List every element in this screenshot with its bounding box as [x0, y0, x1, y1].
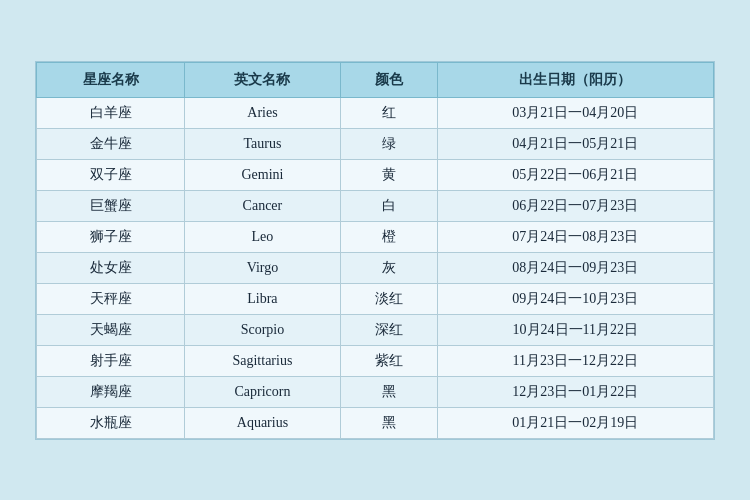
cell-chinese-name: 金牛座	[37, 128, 185, 159]
cell-chinese-name: 处女座	[37, 252, 185, 283]
cell-english-name: Aquarius	[185, 407, 340, 438]
cell-chinese-name: 狮子座	[37, 221, 185, 252]
cell-english-name: Scorpio	[185, 314, 340, 345]
cell-dates: 07月24日一08月23日	[437, 221, 713, 252]
table-row: 水瓶座Aquarius黑01月21日一02月19日	[37, 407, 714, 438]
table-row: 狮子座Leo橙07月24日一08月23日	[37, 221, 714, 252]
cell-english-name: Sagittarius	[185, 345, 340, 376]
cell-color: 黑	[340, 407, 437, 438]
cell-chinese-name: 天秤座	[37, 283, 185, 314]
cell-color: 黄	[340, 159, 437, 190]
cell-dates: 01月21日一02月19日	[437, 407, 713, 438]
table-body: 白羊座Aries红03月21日一04月20日金牛座Taurus绿04月21日一0…	[37, 97, 714, 438]
table-row: 双子座Gemini黄05月22日一06月21日	[37, 159, 714, 190]
table-row: 天蝎座Scorpio深红10月24日一11月22日	[37, 314, 714, 345]
cell-dates: 04月21日一05月21日	[437, 128, 713, 159]
cell-color: 红	[340, 97, 437, 128]
cell-chinese-name: 巨蟹座	[37, 190, 185, 221]
table-row: 射手座Sagittarius紫红11月23日一12月22日	[37, 345, 714, 376]
cell-english-name: Taurus	[185, 128, 340, 159]
cell-chinese-name: 摩羯座	[37, 376, 185, 407]
cell-chinese-name: 白羊座	[37, 97, 185, 128]
cell-color: 绿	[340, 128, 437, 159]
table-row: 白羊座Aries红03月21日一04月20日	[37, 97, 714, 128]
cell-dates: 09月24日一10月23日	[437, 283, 713, 314]
cell-english-name: Capricorn	[185, 376, 340, 407]
cell-english-name: Virgo	[185, 252, 340, 283]
cell-color: 白	[340, 190, 437, 221]
cell-chinese-name: 射手座	[37, 345, 185, 376]
cell-english-name: Cancer	[185, 190, 340, 221]
zodiac-table: 星座名称 英文名称 颜色 出生日期（阳历） 白羊座Aries红03月21日一04…	[36, 62, 714, 439]
cell-color: 黑	[340, 376, 437, 407]
header-chinese-name: 星座名称	[37, 62, 185, 97]
header-english-name: 英文名称	[185, 62, 340, 97]
cell-dates: 10月24日一11月22日	[437, 314, 713, 345]
cell-dates: 08月24日一09月23日	[437, 252, 713, 283]
cell-english-name: Gemini	[185, 159, 340, 190]
cell-chinese-name: 天蝎座	[37, 314, 185, 345]
cell-dates: 03月21日一04月20日	[437, 97, 713, 128]
cell-dates: 11月23日一12月22日	[437, 345, 713, 376]
zodiac-table-container: 星座名称 英文名称 颜色 出生日期（阳历） 白羊座Aries红03月21日一04…	[35, 61, 715, 440]
table-row: 摩羯座Capricorn黑12月23日一01月22日	[37, 376, 714, 407]
table-row: 天秤座Libra淡红09月24日一10月23日	[37, 283, 714, 314]
cell-color: 紫红	[340, 345, 437, 376]
table-row: 金牛座Taurus绿04月21日一05月21日	[37, 128, 714, 159]
cell-color: 深红	[340, 314, 437, 345]
table-header-row: 星座名称 英文名称 颜色 出生日期（阳历）	[37, 62, 714, 97]
header-color: 颜色	[340, 62, 437, 97]
header-birth-date: 出生日期（阳历）	[437, 62, 713, 97]
table-row: 巨蟹座Cancer白06月22日一07月23日	[37, 190, 714, 221]
cell-chinese-name: 双子座	[37, 159, 185, 190]
cell-chinese-name: 水瓶座	[37, 407, 185, 438]
cell-dates: 12月23日一01月22日	[437, 376, 713, 407]
cell-color: 灰	[340, 252, 437, 283]
table-row: 处女座Virgo灰08月24日一09月23日	[37, 252, 714, 283]
cell-dates: 06月22日一07月23日	[437, 190, 713, 221]
cell-color: 淡红	[340, 283, 437, 314]
cell-english-name: Leo	[185, 221, 340, 252]
cell-english-name: Aries	[185, 97, 340, 128]
cell-color: 橙	[340, 221, 437, 252]
cell-dates: 05月22日一06月21日	[437, 159, 713, 190]
cell-english-name: Libra	[185, 283, 340, 314]
